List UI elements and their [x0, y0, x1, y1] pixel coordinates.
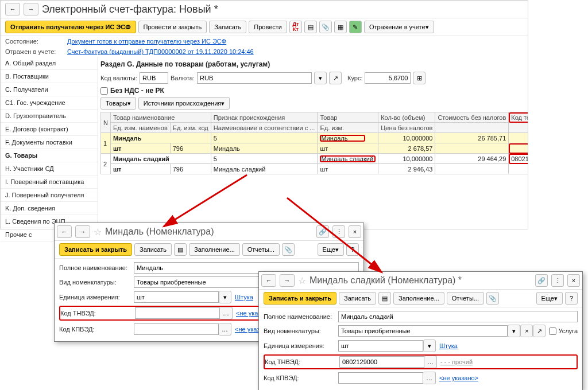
link-icon[interactable]: 🔗: [535, 274, 548, 287]
uom-hint[interactable]: Штука: [439, 342, 458, 349]
forward-button[interactable]: →: [280, 274, 295, 287]
back-button[interactable]: ←: [57, 225, 72, 238]
star-icon[interactable]: ☆: [94, 227, 102, 237]
pick-icon[interactable]: …: [219, 323, 231, 336]
save-button[interactable]: Записать: [134, 243, 172, 256]
tab-i[interactable]: I. Поверенный поставщика: [1, 176, 98, 189]
edit-icon[interactable]: ✎: [349, 21, 362, 33]
full-name-input[interactable]: [338, 311, 578, 322]
reflect-link[interactable]: Счет-Фактура (выданный) ТДП00000002 от 1…: [67, 48, 254, 55]
tab-g[interactable]: G. Товары: [1, 149, 98, 162]
close-icon[interactable]: ×: [567, 274, 580, 287]
post-close-button[interactable]: Провести и закрыть: [138, 21, 207, 33]
tab-a[interactable]: A. Общий раздел: [1, 57, 98, 70]
tab-k[interactable]: K. Доп. сведения: [1, 202, 98, 215]
uom-input[interactable]: [338, 340, 423, 352]
currency-dropdown-icon[interactable]: ▾: [314, 72, 327, 84]
dt-kt-icon[interactable]: ДтКт: [289, 21, 302, 33]
tab-b[interactable]: B. Поставщики: [1, 70, 98, 83]
list-icon[interactable]: ▤: [304, 21, 317, 33]
close-icon[interactable]: ×: [349, 225, 361, 238]
list-icon[interactable]: ▤: [174, 243, 187, 256]
currency-code-input[interactable]: [140, 72, 168, 84]
status-link[interactable]: Документ готов к отправке получателю чер…: [67, 38, 226, 45]
type-input[interactable]: [338, 325, 508, 337]
col-attr: Признак происхождения: [211, 112, 318, 123]
col-uom-code: Ед. изм. код: [170, 123, 211, 133]
back-button[interactable]: ←: [261, 274, 276, 287]
tab-f[interactable]: F. Документы поставки: [1, 136, 98, 149]
forward-button[interactable]: →: [24, 3, 38, 15]
save-close-button[interactable]: Записать и закрыть: [264, 292, 336, 305]
reflect-label: Отражен в учете:: [5, 48, 63, 55]
main-toolbar: Отправить получателю через ИС ЭСФ Провес…: [1, 18, 528, 36]
link-icon[interactable]: 🔗: [316, 225, 329, 238]
back-button[interactable]: ←: [5, 3, 20, 15]
origins-menu[interactable]: Источники происхождения ▾: [138, 97, 230, 110]
open-icon[interactable]: ↗: [533, 325, 546, 337]
currency-input[interactable]: [197, 72, 312, 84]
form-icon[interactable]: ▦: [334, 21, 347, 33]
attach-icon[interactable]: 📎: [282, 243, 295, 256]
send-button[interactable]: Отправить получателю через ИС ЭСФ: [5, 21, 136, 33]
star-icon[interactable]: ☆: [298, 275, 306, 286]
forward-button[interactable]: →: [75, 225, 90, 238]
kpved-input[interactable]: [134, 323, 219, 335]
kpved-hint[interactable]: <не указано>: [439, 375, 478, 381]
status-row: Состояние: Документ готов к отправке пол…: [1, 36, 528, 46]
tab-e[interactable]: E. Договор (контракт): [1, 123, 98, 136]
tab-c1[interactable]: C1. Гос. учреждение: [1, 96, 98, 110]
help-icon[interactable]: ?: [565, 292, 578, 305]
menu-icon[interactable]: ⋮: [551, 274, 564, 287]
more-button[interactable]: Еще ▾: [318, 243, 344, 256]
fill-button[interactable]: Заполнение...: [393, 292, 444, 305]
save-close-button[interactable]: Записать и закрыть: [59, 243, 132, 256]
tab-d[interactable]: D. Грузоотправитель: [1, 110, 98, 123]
attach-icon[interactable]: 📎: [319, 21, 332, 33]
service-checkbox[interactable]: Услуга: [549, 327, 578, 335]
section-g: Раздел G. Данные по товарам (работам, ус…: [98, 57, 528, 229]
clear-icon[interactable]: ×: [520, 325, 533, 337]
attach-icon[interactable]: 📎: [486, 292, 499, 305]
tnved-input[interactable]: [135, 307, 220, 319]
reports-button[interactable]: Отчеты...: [447, 292, 484, 305]
rate-input[interactable]: [365, 72, 411, 84]
pick-icon[interactable]: …: [220, 307, 233, 319]
pick-icon[interactable]: …: [423, 372, 436, 384]
menu-icon[interactable]: ⋮: [332, 225, 345, 238]
tab-h[interactable]: H. Участники СД: [1, 162, 98, 176]
tab-j[interactable]: J. Поверенный получателя: [1, 189, 98, 202]
pick-icon[interactable]: …: [424, 356, 437, 368]
save-button[interactable]: Записать: [339, 292, 376, 305]
help-icon[interactable]: ?: [346, 243, 359, 256]
table-row[interactable]: 2 Миндаль сладкий 5 Миндаль сладкий 10,0…: [101, 154, 528, 164]
status-label: Состояние:: [5, 38, 63, 45]
tab-c[interactable]: C. Получатели: [1, 83, 98, 96]
col-qty: Кол-во (объем): [378, 112, 435, 123]
table-row[interactable]: 1 Миндаль 5 Миндаль 10,000000 26 785,71 …: [101, 133, 528, 143]
dropdown-icon[interactable]: ▾: [423, 340, 436, 352]
goods-menu[interactable]: Товары ▾: [100, 97, 136, 110]
fill-button[interactable]: Заполнение...: [189, 243, 240, 256]
post-button[interactable]: Провести: [249, 21, 287, 33]
save-button[interactable]: Записать: [209, 21, 246, 33]
table-row[interactable]: шт796Миндальшт2 678,57: [101, 143, 528, 154]
table-row[interactable]: шт796Миндаль сладкийшт2 946,43: [101, 164, 528, 174]
dropdown-icon[interactable]: ▾: [508, 325, 520, 337]
currency-open-icon[interactable]: ↗: [329, 72, 342, 84]
tnved-input[interactable]: [339, 356, 424, 368]
rate-calc-icon[interactable]: ⊞: [413, 72, 425, 84]
sidebar: A. Общий раздел B. Поставщики C. Получат…: [1, 57, 98, 229]
col-price: Цена без налогов: [378, 123, 435, 133]
col-sum: Стоимость без налогов: [435, 112, 509, 123]
more-button[interactable]: Еще ▾: [536, 292, 563, 305]
reflect-button[interactable]: Отражение в учете ▾: [364, 21, 434, 33]
uom-hint[interactable]: Штука: [235, 294, 253, 301]
reports-button[interactable]: Отчеты...: [242, 243, 280, 256]
dropdown-icon[interactable]: ▾: [219, 291, 231, 303]
list-icon[interactable]: ▤: [378, 292, 391, 305]
no-vat-checkbox[interactable]: Без НДС - не РК: [100, 87, 525, 95]
window-title: Электронный счет-фактура: Новый *: [42, 3, 218, 15]
uom-input[interactable]: [134, 291, 219, 303]
kpved-input[interactable]: [338, 372, 423, 384]
